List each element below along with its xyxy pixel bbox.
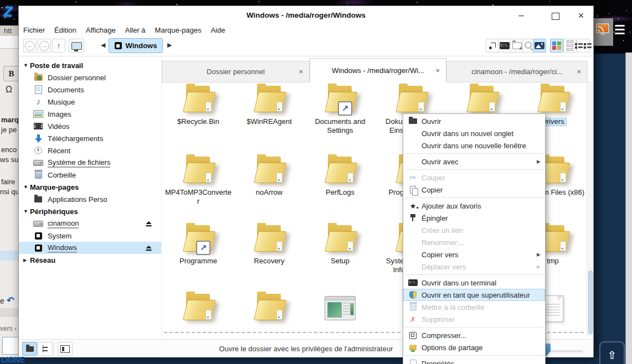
ctx-ouvrir-nouvel-onglet[interactable]: Ouvrir dans un nouvel onglet: [403, 127, 545, 139]
open-terminal-button[interactable]: C:\.: [498, 39, 511, 53]
undo-arrow-icon[interactable]: ↶: [7, 295, 14, 306]
ctx-compresser[interactable]: Compresser...: [403, 329, 545, 341]
ctx-options-de-partage[interactable]: Options de partage: [403, 341, 545, 353]
folder-icon: [323, 224, 357, 254]
submenu-arrow-icon: ▶: [537, 264, 541, 269]
tab-dossier-personnel[interactable]: Dossier personnel ×: [162, 61, 310, 82]
menu-affichage[interactable]: Affichage: [86, 25, 116, 36]
tab-cinamoon[interactable]: cinamoon - /media/roger/ci... ×: [446, 61, 588, 82]
sidebar-item-musique[interactable]: ♪ Musique: [19, 96, 161, 108]
tab-close-icon[interactable]: ×: [577, 67, 581, 76]
text-fragment: faire: [1, 178, 15, 186]
eject-icon[interactable]: [145, 220, 152, 228]
sidebar-item-windows[interactable]: Windows: [19, 242, 161, 254]
sidebar-section-reseau[interactable]: ▶ Réseau: [19, 254, 161, 266]
ctx-ouvrir-nouvelle-fenetre[interactable]: Ouvrir dans une nouvelle fenêtre: [403, 139, 545, 152]
sidebar-item-systeme-de-fichiers[interactable]: Système de fichiers: [19, 157, 161, 169]
menu-aller-a[interactable]: Aller à: [125, 25, 146, 36]
sidebar-item-recent[interactable]: Récent: [19, 144, 161, 157]
file-noarrow[interactable]: noArrow: [234, 155, 304, 197]
sidebar-item-applications-perso[interactable]: Applications Perso: [19, 193, 161, 205]
menu-aide[interactable]: Aide: [210, 25, 225, 36]
menu-fichier[interactable]: Fichier: [23, 25, 45, 36]
titlebar[interactable]: Windows - /media/roger/Windows – ×: [19, 6, 593, 25]
menu-edition[interactable]: Édition: [54, 25, 76, 36]
ctx-copier[interactable]: Copier: [403, 184, 545, 196]
ctx-ouvrir[interactable]: Ouvrir: [403, 115, 545, 127]
file-perflogs[interactable]: PerfLogs: [305, 155, 375, 197]
expander-icon[interactable]: ▼: [23, 63, 30, 68]
file-item[interactable]: [447, 85, 517, 117]
text-fragment: ws sur: [0, 155, 21, 164]
scroll-to-top-widget[interactable]: ⇧: [599, 341, 625, 364]
expander-icon[interactable]: ▼: [23, 209, 30, 214]
file-app-item[interactable]: [305, 293, 375, 323]
ctx-ouvrir-avec[interactable]: Ouvrir avec ▶: [403, 155, 545, 168]
sidebar-section-peripheriques[interactable]: ▼ Périphériques: [19, 205, 161, 217]
omega-button[interactable]: Ω: [6, 85, 12, 95]
file-item[interactable]: [163, 293, 233, 325]
sidebar-item-videos[interactable]: Vidéos: [19, 120, 161, 132]
ctx-ouvrir-terminal[interactable]: C:\. Ouvrir dans un terminal: [403, 277, 545, 289]
expander-icon[interactable]: ▼: [23, 184, 30, 190]
folder-icon: [252, 85, 286, 115]
sidebar-item-telechargements[interactable]: Téléchargements: [19, 132, 161, 144]
menu-separator: [404, 169, 544, 170]
file-setup[interactable]: Setup: [305, 224, 375, 266]
ctx-ouvrir-superutilisateur[interactable]: Ouvrir en tant que superutilisateur: [403, 289, 545, 301]
thumbnails-toggle-button[interactable]: [533, 39, 546, 53]
taskbar-logo[interactable]: Z: [4, 4, 12, 20]
new-folder-icon: [512, 42, 522, 49]
back-button[interactable]: ←: [23, 39, 37, 53]
file-winreagent[interactable]: $WinREAgent: [234, 85, 304, 126]
highlight-band: [0, 251, 18, 261]
tab-close-icon[interactable]: ×: [435, 66, 440, 75]
vertical-scrollbar[interactable]: [587, 82, 593, 336]
jump-to-button[interactable]: [486, 39, 499, 53]
path-button-windows[interactable]: Windows: [109, 38, 163, 53]
sidebar-item-images[interactable]: Images: [19, 108, 161, 120]
forward-button[interactable]: →: [38, 39, 51, 53]
open-in-window-button[interactable]: [69, 39, 84, 53]
tab-close-icon[interactable]: ×: [299, 67, 303, 76]
file-recovery[interactable]: Recovery: [234, 224, 304, 266]
ctx-epingler[interactable]: Épingler: [403, 212, 545, 224]
file-recycle-bin[interactable]: $Recycle.Bin: [163, 85, 233, 126]
sidebar-section-poste-de-travail[interactable]: ▼ Poste de travail: [19, 59, 161, 71]
sidebar-item-documents[interactable]: Documents: [19, 84, 161, 96]
hamburger-menu-icon[interactable]: [615, 25, 625, 34]
ctx-copier-vers[interactable]: Copier vers ▶: [403, 248, 545, 261]
file-programme[interactable]: ↗ Programme: [163, 224, 233, 266]
eject-icon[interactable]: [145, 245, 152, 253]
up-button[interactable]: ↑: [52, 39, 65, 53]
bold-button[interactable]: B: [3, 66, 19, 81]
sidebar-item-system[interactable]: System: [19, 230, 161, 242]
document-icon: [33, 85, 43, 94]
maximize-button[interactable]: [549, 10, 562, 22]
sidebar-item-dossier-personnel[interactable]: Dossier personnel: [19, 71, 161, 84]
icon-view-button[interactable]: [550, 39, 563, 53]
ctx-proprietes[interactable]: Propriétés: [403, 357, 545, 364]
sidebar-section-marque-pages[interactable]: ▼ Marque-pages: [19, 181, 161, 193]
close-button[interactable]: ×: [575, 10, 587, 22]
tab-bar: Dossier personnel × Windows - /media/rog…: [161, 58, 593, 82]
screen: Z ⇧ htt B Ω marq je pe enco ws sur faire…: [0, 0, 632, 364]
file-mp4tomp3converter[interactable]: MP4ToMP3Converter: [163, 155, 233, 205]
sidebar-item-corbeille[interactable]: Corbeille: [19, 169, 161, 181]
scrollbar-thumb[interactable]: [588, 271, 593, 334]
path-scroll-left[interactable]: ◀: [101, 41, 105, 49]
archive-icon: [407, 331, 419, 340]
minimize-button[interactable]: –: [515, 10, 527, 22]
ctx-ajouter-aux-favoris[interactable]: ★+ Ajouter aux favoris: [403, 200, 545, 212]
drive-icon: [33, 219, 43, 228]
rss-monitor-icon[interactable]: [596, 23, 609, 34]
menu-marque-pages[interactable]: Marque-pages: [155, 25, 202, 36]
file-documents-and-settings[interactable]: ↗ Documents and Settings: [305, 85, 375, 134]
tab-windows[interactable]: Windows - /media/roger/Wi... ×: [310, 58, 446, 82]
path-scroll-right[interactable]: ▶: [167, 41, 172, 49]
expander-icon[interactable]: ▶: [23, 258, 30, 263]
sidebar-item-cinamoon[interactable]: cinamoon: [19, 217, 161, 230]
new-folder-button[interactable]: [510, 39, 523, 53]
file-item[interactable]: [234, 293, 304, 325]
detailed-view-button[interactable]: [577, 39, 590, 53]
